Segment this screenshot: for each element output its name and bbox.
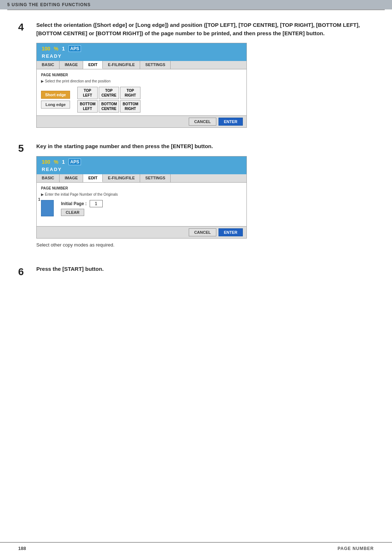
panel-1-aps: APS xyxy=(69,45,81,52)
tab-efiling-1[interactable]: E-FILING/FILE xyxy=(103,61,140,69)
panel-1-number: 1 xyxy=(62,46,65,52)
step-6: 6 Press the [START] button. xyxy=(18,266,374,278)
ready-row-1: READY xyxy=(40,53,244,60)
header-section-label: 5 USING THE EDITING FUNCTIONS xyxy=(7,2,91,7)
step-4-number: 4 xyxy=(18,21,33,33)
document-icon xyxy=(41,200,54,216)
header-bar: 5 USING THE EDITING FUNCTIONS xyxy=(0,0,392,9)
step-5-number: 5 xyxy=(18,142,33,155)
doc-icon-wrapper: 1 xyxy=(41,200,54,216)
select-other-text: Select other copy modes as required. xyxy=(36,242,374,248)
tab-image-1[interactable]: IMAGE xyxy=(60,61,83,69)
ready-row-2: READY xyxy=(40,166,244,173)
status-row-1: 100 % 1 APS xyxy=(40,45,244,53)
enter-button-2[interactable]: ENTER xyxy=(219,228,243,236)
panel-2-tab-bar: BASIC IMAGE EDIT E-FILING/FILE SETTINGS xyxy=(37,174,246,183)
panel-1-tab-bar: BASIC IMAGE EDIT E-FILING/FILE SETTINGS xyxy=(37,61,246,69)
panel-2-ready: READY xyxy=(42,167,62,172)
tab-basic-1[interactable]: BASIC xyxy=(37,61,60,69)
panel-1-header: 100 % 1 APS READY xyxy=(37,43,246,61)
panel-2-footer: CANCEL ENTER xyxy=(37,226,246,238)
footer-section: PAGE NUMBER xyxy=(338,546,374,551)
panel-2-number: 1 xyxy=(62,159,65,165)
edge-buttons: Short edge Long edge xyxy=(41,91,70,109)
panel-1-ready: READY xyxy=(42,53,62,59)
initial-page-controls: Initial Page : CLEAR xyxy=(61,200,103,216)
doc-page-number: 1 xyxy=(38,197,40,201)
tab-settings-2[interactable]: SETTINGS xyxy=(140,174,171,182)
long-edge-button[interactable]: Long edge xyxy=(41,101,70,109)
pos-bottom-centre[interactable]: BOTTOMCENTRE xyxy=(99,100,119,113)
initial-page-area: 1 Initial Page : CLEAR xyxy=(41,200,242,216)
tab-efiling-2[interactable]: E-FILING/FILE xyxy=(103,174,140,182)
step-4-content: Select the orientation ([Short edge] or … xyxy=(36,21,374,131)
initial-page-label: Initial Page : xyxy=(61,201,87,206)
enter-button-1[interactable]: ENTER xyxy=(219,118,243,126)
panel-1: 100 % 1 APS READY BASIC IMAGE EDIT E-FIL… xyxy=(36,43,247,128)
tab-edit-2[interactable]: EDIT xyxy=(83,174,103,182)
panel-2: 100 % 1 APS READY BASIC IMAGE EDIT E-FIL… xyxy=(36,156,247,239)
panel-1-body: PAGE NUMBER ▶ Select the print direction… xyxy=(37,69,246,115)
tab-settings-1[interactable]: SETTINGS xyxy=(140,61,171,69)
panel-2-percent-symbol: % xyxy=(54,159,58,165)
panel-2-body: PAGE NUMBER ▶ Enter the initial Page Num… xyxy=(37,183,246,226)
tab-edit-1[interactable]: EDIT xyxy=(83,61,103,69)
pos-bottom-left[interactable]: BOTTOMLEFT xyxy=(77,100,98,113)
cancel-button-2[interactable]: CANCEL xyxy=(189,228,216,236)
panel-1-percent: 100 xyxy=(42,46,50,52)
panel-2-section-label: PAGE NUMBER xyxy=(41,186,242,190)
tab-image-2[interactable]: IMAGE xyxy=(60,174,83,182)
step-5-content: Key in the starting page number and then… xyxy=(36,142,374,255)
pos-bottom-right[interactable]: BOTTOMRIGHT xyxy=(120,100,140,113)
cancel-button-1[interactable]: CANCEL xyxy=(189,118,216,126)
panel-2-header: 100 % 1 APS READY xyxy=(37,156,246,174)
pos-top-right[interactable]: TOPRIGHT xyxy=(120,87,140,99)
step-4-text: Select the orientation ([Short edge] or … xyxy=(36,21,374,37)
direction-area: Short edge Long edge TOPLEFT TOPCENTRE T… xyxy=(41,87,242,113)
clear-button[interactable]: CLEAR xyxy=(61,209,84,216)
footer-page-number: 188 xyxy=(18,546,26,551)
pos-top-centre[interactable]: TOPCENTRE xyxy=(99,87,119,99)
status-row-2: 100 % 1 APS xyxy=(40,158,244,166)
bottom-footer: 188 PAGE NUMBER xyxy=(0,542,392,554)
pos-top-left[interactable]: TOPLEFT xyxy=(77,87,98,99)
step-5: 5 Key in the starting page number and th… xyxy=(18,142,374,255)
panel-2-aps: APS xyxy=(69,159,81,165)
step-6-content: Press the [START] button. xyxy=(36,266,374,272)
step-6-number: 6 xyxy=(18,266,33,278)
panel-1-percent-symbol: % xyxy=(54,46,58,52)
position-grid: TOPLEFT TOPCENTRE TOPRIGHT BOTTOMLEFT BO… xyxy=(77,87,140,113)
panel-1-section-label: PAGE NUMBER xyxy=(41,73,242,77)
panel-2-percent: 100 xyxy=(42,159,50,165)
step-6-text: Press the [START] button. xyxy=(36,266,374,272)
step-4: 4 Select the orientation ([Short edge] o… xyxy=(18,21,374,131)
panel-1-instruction: ▶ Select the print direction and the pos… xyxy=(41,79,242,83)
panel-2-instruction: ▶ Enter the initial Page Number of the O… xyxy=(41,192,242,196)
short-edge-button[interactable]: Short edge xyxy=(41,91,70,99)
tab-basic-2[interactable]: BASIC xyxy=(37,174,60,182)
main-content: 4 Select the orientation ([Short edge] o… xyxy=(0,10,392,300)
step-5-text: Key in the starting page number and then… xyxy=(36,142,374,151)
panel-1-footer: CANCEL ENTER xyxy=(37,115,246,127)
initial-page-input[interactable] xyxy=(90,200,103,207)
